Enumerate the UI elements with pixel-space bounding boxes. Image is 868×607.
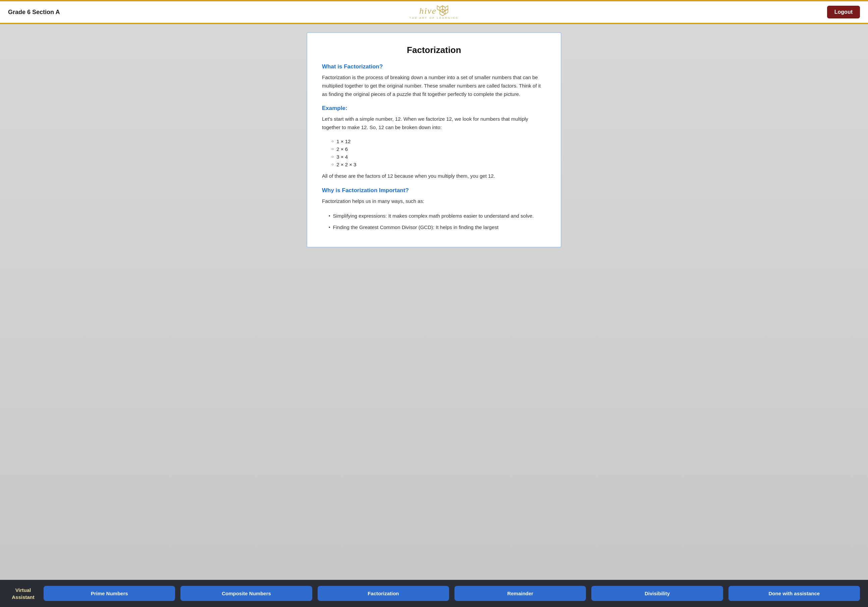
prime-numbers-button[interactable]: Prime Numbers — [43, 586, 175, 601]
bottom-panel: VirtualAssistant Prime Numbers Composite… — [0, 580, 868, 607]
main-content: Factorization What is Factorization? Fac… — [0, 24, 868, 580]
section1-body: Factorization is the process of breaking… — [322, 73, 546, 98]
honeycomb-icon — [437, 5, 449, 17]
logo: hive THE ART OF LEARNING — [409, 5, 459, 19]
section2-heading: Example: — [322, 105, 546, 111]
virtual-assistant-label: VirtualAssistant — [8, 587, 38, 601]
bullet-list: Simplifying expressions: It makes comple… — [329, 212, 546, 231]
composite-numbers-button[interactable]: Composite Numbers — [180, 586, 312, 601]
logo-honeycomb: hive — [419, 5, 448, 17]
list-item: Simplifying expressions: It makes comple… — [329, 212, 546, 220]
list-item: 3 × 4 — [332, 154, 546, 159]
remainder-button[interactable]: Remainder — [454, 586, 586, 601]
section1-heading: What is Factorization? — [322, 63, 546, 70]
done-with-assistance-button[interactable]: Done with assistance — [728, 586, 860, 601]
section3-heading: Why is Factorization Important? — [322, 187, 546, 194]
example-list: 1 × 12 2 × 6 3 × 4 2 × 2 × 3 — [332, 138, 546, 167]
divisibility-button[interactable]: Divisibility — [591, 586, 723, 601]
content-card: Factorization What is Factorization? Fac… — [307, 32, 561, 248]
header: Grade 6 Section A hive THE ART OF LEARNI… — [0, 0, 868, 24]
factorization-button[interactable]: Factorization — [318, 586, 449, 601]
list-item: 2 × 6 — [332, 146, 546, 152]
page-title: Grade 6 Section A — [8, 9, 60, 16]
section3-intro: Factorization helps us in many ways, suc… — [322, 197, 546, 206]
logout-button[interactable]: Logout — [827, 6, 860, 19]
logo-text: hive — [419, 6, 436, 16]
logo-subtitle: THE ART OF LEARNING — [409, 16, 459, 19]
list-item: Finding the Greatest Common Divisor (GCD… — [329, 223, 546, 231]
card-title: Factorization — [322, 45, 546, 55]
section2-intro: Let's start with a simple number, 12. Wh… — [322, 115, 546, 132]
section2-footer: All of these are the factors of 12 becau… — [322, 172, 546, 180]
list-item: 2 × 2 × 3 — [332, 162, 546, 167]
list-item: 1 × 12 — [332, 138, 546, 144]
